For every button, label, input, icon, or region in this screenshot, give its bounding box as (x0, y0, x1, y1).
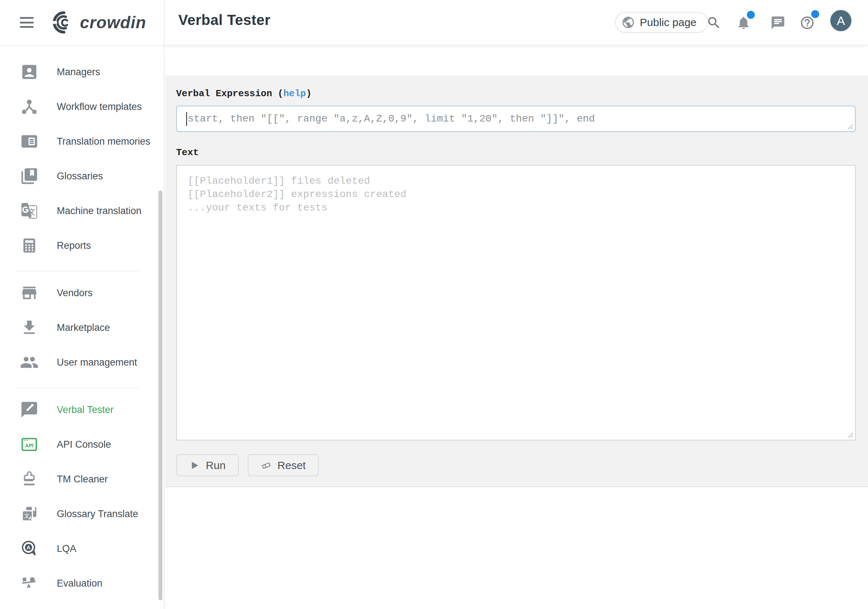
reset-button[interactable]: Reset (248, 454, 319, 476)
managers-icon (20, 63, 39, 81)
crowdin-mark-icon (47, 9, 78, 36)
sidebar-item-label: Vendors (57, 288, 93, 299)
sidebar-item-managers[interactable]: Managers (0, 54, 164, 89)
messages-button[interactable] (770, 15, 786, 31)
sidebar-item-vendors[interactable]: Vendors (0, 276, 164, 310)
marketplace-icon (20, 318, 39, 337)
sidebar-item-workflow-templates[interactable]: Workflow templates (0, 89, 164, 124)
sidebar-item-evaluation[interactable]: Evaluation (0, 566, 164, 601)
actions-row: Run Reset (176, 454, 856, 476)
globe-icon (622, 15, 635, 29)
sidebar-item-api-console[interactable]: API API Console (0, 427, 164, 462)
help-badge (811, 10, 819, 18)
notifications-button[interactable] (736, 15, 752, 31)
avatar-letter: A (837, 14, 845, 28)
eraser-icon (261, 460, 271, 471)
search-button[interactable] (706, 15, 722, 31)
svg-text:A: A (26, 544, 30, 550)
expression-label: Verbal Expression (help) (176, 88, 856, 99)
help-button[interactable] (800, 15, 815, 31)
sidebar-item-glossaries[interactable]: Glossaries (0, 159, 164, 194)
text-label: Text (176, 147, 856, 158)
sidebar-item-label: Evaluation (57, 578, 102, 589)
public-page-label: Public page (640, 16, 697, 29)
sidebar-item-label: Workflow templates (57, 101, 142, 113)
sidebar-item-user-management[interactable]: User management (0, 345, 164, 380)
public-page-button[interactable]: Public page (615, 12, 708, 33)
workflow-templates-icon (20, 97, 39, 116)
svg-text:A: A (29, 516, 32, 521)
sidebar-item-verbal-tester[interactable]: Verbal Tester (0, 392, 164, 427)
machine-translation-icon (20, 201, 39, 220)
sidebar-item-label: Glossary Translate (57, 508, 138, 520)
app-window: Verbal Tester Public page (0, 0, 868, 609)
expression-input[interactable]: start, then "[[", range "a,z,A,Z,0,9", l… (176, 105, 856, 132)
evaluation-icon (20, 574, 39, 593)
sidebar-item-label: Translation memories (57, 136, 150, 147)
sidebar-item-machine-translation[interactable]: Machine translation (0, 194, 164, 228)
reports-icon (20, 236, 39, 255)
sidebar-item-label: Marketplace (57, 322, 110, 333)
sidebar-item-reports[interactable]: Reports (0, 228, 164, 263)
sidebar-item-glossary-translate[interactable]: 文A Glossary Translate (0, 496, 164, 531)
api-console-icon: API (20, 435, 39, 454)
search-icon (706, 15, 722, 30)
text-placeholder-line: [[Placeholder2]] expressions created (188, 188, 855, 201)
glossaries-icon (20, 167, 39, 186)
sidebar-item-lqa[interactable]: A LQA (0, 531, 164, 566)
tm-cleaner-icon (20, 470, 39, 488)
sidebar-item-label: API Console (57, 439, 111, 450)
run-button[interactable]: Run (176, 454, 239, 476)
sidebar-item-label: TM Cleaner (57, 474, 108, 485)
sidebar-item-translation-memories[interactable]: Translation memories (0, 124, 164, 159)
sidebar-scrollbar[interactable] (158, 191, 163, 600)
sidebar-item-marketplace[interactable]: Marketplace (0, 310, 164, 345)
sidebar-header: crowdin (0, 0, 164, 46)
avatar[interactable]: A (830, 9, 852, 32)
notification-badge (747, 11, 755, 19)
hamburger-menu-button[interactable] (20, 17, 34, 28)
sidebar-item-label: Reports (57, 240, 91, 251)
crowdin-logo[interactable]: crowdin (47, 9, 146, 36)
sidebar-item-label: Managers (57, 67, 100, 78)
translation-memories-icon (20, 132, 39, 151)
page-title: Verbal Tester (178, 12, 271, 28)
sidebar-item-label: Machine translation (57, 205, 141, 217)
main-header: Verbal Tester Public page (164, 0, 868, 46)
text-resize-handle[interactable] (847, 432, 853, 438)
text-input[interactable]: [[Placeholder1]] files deleted[[Placehol… (176, 165, 856, 440)
chat-icon (770, 15, 786, 30)
sidebar-nav: Managers Workflow templates Translation … (0, 46, 164, 601)
play-icon (189, 460, 200, 471)
svg-text:API: API (25, 443, 33, 448)
sidebar: crowdin Managers Workflow templates Tran… (0, 0, 164, 609)
expression-placeholder: start, then "[[", range "a,z,A,Z,0,9", l… (188, 113, 595, 124)
text-placeholder-line: ...your texts for tests (188, 201, 855, 214)
verbal-tester-panel: Verbal Expression (help) start, then "[[… (165, 75, 868, 487)
help-link[interactable]: help (283, 88, 305, 99)
crowdin-wordmark: crowdin (80, 12, 146, 32)
sidebar-item-label: LQA (57, 543, 76, 555)
sidebar-item-label: Glossaries (57, 171, 103, 182)
text-caret (186, 112, 187, 126)
sidebar-item-label: User management (57, 357, 137, 368)
glossary-translate-icon: 文A (20, 505, 39, 523)
sidebar-item-tm-cleaner[interactable]: TM Cleaner (0, 462, 164, 496)
expression-resize-handle[interactable] (847, 124, 853, 129)
sidebar-item-label: Verbal Tester (57, 404, 113, 415)
verbal-tester-icon (20, 400, 39, 419)
lqa-icon: A (20, 539, 39, 558)
text-placeholder-line: [[Placeholder1]] files deleted (188, 174, 855, 188)
user-management-icon (20, 353, 39, 372)
vendors-icon (20, 284, 39, 302)
